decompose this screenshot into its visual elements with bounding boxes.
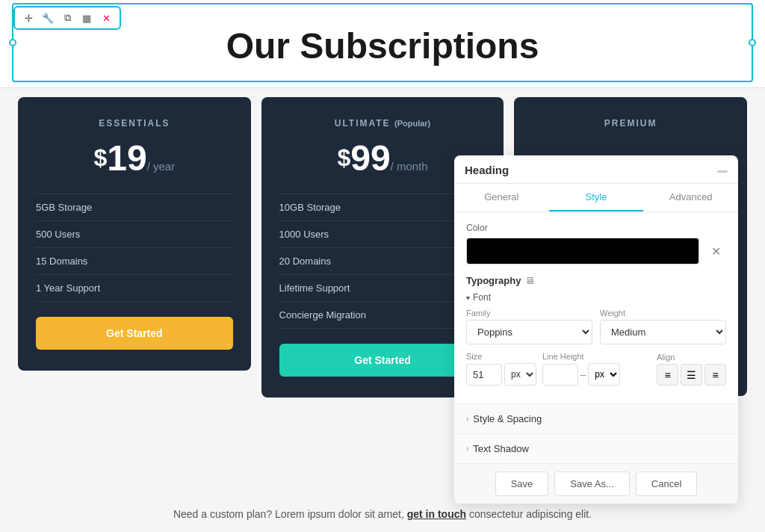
lh-dash-icon: – [580, 369, 586, 380]
align-left-button[interactable]: ≡ [657, 364, 678, 386]
close-icon[interactable]: ✕ [99, 10, 114, 25]
lh-group: Line Height – px [542, 352, 651, 386]
align-center-button[interactable]: ☰ [681, 364, 702, 386]
lh-label: Line Height [542, 352, 651, 361]
font-section-toggle[interactable]: ▾ Font [466, 292, 726, 303]
color-swatch[interactable] [466, 238, 699, 265]
essentials-period: / year [147, 160, 176, 173]
weight-select[interactable]: Medium [600, 320, 726, 344]
panel-footer: Save Save As... Cancel [454, 463, 738, 504]
align-group: Align ≡ ☰ ≡ [657, 353, 726, 386]
list-item: 5GB Storage [36, 194, 233, 221]
essentials-dollar: $ [93, 145, 107, 171]
essentials-card: ESSENTIALS $ 19/ year 5GB Storage 500 Us… [18, 97, 251, 371]
essentials-price: $ 19/ year [36, 139, 233, 179]
color-row: ✕ [466, 238, 726, 265]
style-spacing-section[interactable]: › Style & Spacing [454, 403, 738, 433]
lh-input[interactable] [542, 364, 578, 386]
essentials-features: 5GB Storage 500 Users 15 Domains 1 Year … [36, 194, 233, 302]
tab-advanced[interactable]: Advanced [643, 184, 738, 211]
family-label: Family [466, 309, 592, 318]
text-shadow-section[interactable]: › Text Shadow [454, 433, 738, 463]
list-item: 1 Year Support [36, 275, 233, 302]
save-as-button[interactable]: Save As... [554, 471, 630, 496]
column-icon[interactable]: ▦ [79, 10, 94, 25]
save-button[interactable]: Save [495, 471, 549, 496]
duplicate-icon[interactable]: ⧉ [60, 10, 75, 25]
panel-tabs: General Style Advanced [454, 184, 738, 212]
family-select[interactable]: Poppins [466, 320, 592, 344]
panel-header: Heading [454, 155, 738, 184]
heading-panel: Heading General Style Advanced Color ✕ T… [454, 155, 738, 504]
weight-label: Weight [600, 309, 726, 318]
align-label: Align [657, 353, 726, 362]
panel-title: Heading [465, 164, 509, 176]
color-clear-button[interactable]: ✕ [705, 241, 726, 262]
ultimate-title: ULTIMATE (Popular) [279, 118, 486, 129]
premium-title: PREMIUM [532, 118, 729, 129]
color-label: Color [466, 223, 726, 233]
monitor-icon: 🖥 [525, 275, 535, 286]
edit-icon[interactable]: 🔧 [40, 10, 55, 25]
chevron-right-icon: › [466, 415, 468, 423]
list-item: 500 Users [36, 221, 233, 248]
size-input[interactable] [466, 364, 502, 386]
heading-area: ✛ 🔧 ⧉ ▦ ✕ Our Subscriptions [0, 0, 765, 88]
size-group: Size px [466, 352, 536, 386]
essentials-title: ESSENTIALS [36, 118, 233, 129]
typography-label: Typography [466, 275, 521, 286]
footer-text: Need a custom plan? Lorem ipsum dolor si… [0, 508, 765, 520]
weight-group: Weight Medium [600, 309, 726, 344]
typography-row: Typography 🖥 [466, 275, 726, 286]
chevron-down-icon: ▾ [466, 294, 470, 302]
tab-style[interactable]: Style [549, 184, 644, 211]
tab-general[interactable]: General [454, 184, 549, 211]
element-toolbar: ✛ 🔧 ⧉ ▦ ✕ [13, 6, 121, 30]
family-group: Family Poppins [466, 309, 592, 344]
size-lh-align-row: Size px Line Height – [466, 352, 726, 386]
footer-link[interactable]: get in touch [407, 508, 466, 520]
essentials-cta-button[interactable]: Get Started [36, 317, 233, 350]
panel-minimize-button[interactable] [717, 170, 728, 173]
size-label: Size [466, 352, 536, 361]
page-wrapper: ✛ 🔧 ⧉ ▦ ✕ Our Subscriptions ESSENTIALS $… [0, 0, 765, 532]
panel-body: Color ✕ Typography 🖥 ▾ Font Family [454, 212, 738, 403]
list-item: 15 Domains [36, 248, 233, 275]
style-spacing-label: Style & Spacing [473, 413, 542, 424]
cancel-button[interactable]: Cancel [636, 471, 697, 496]
text-shadow-label: Text Shadow [473, 443, 528, 454]
chevron-right-icon2: › [466, 445, 468, 453]
align-right-button[interactable]: ≡ [704, 364, 726, 386]
font-section: ▾ Font Family Poppins Weight Medium [466, 292, 726, 386]
family-weight-row: Family Poppins Weight Medium [466, 309, 726, 344]
lh-unit-select[interactable]: px [588, 363, 620, 386]
size-unit-select[interactable]: px [504, 363, 536, 386]
move-icon[interactable]: ✛ [21, 10, 36, 25]
